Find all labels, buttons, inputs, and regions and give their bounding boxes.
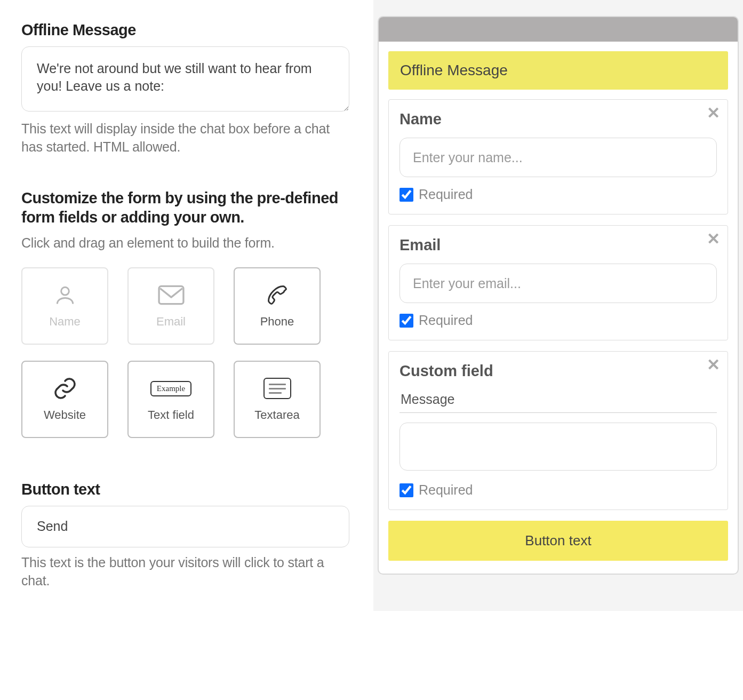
preview-topbar [379,17,738,42]
custom-field-label-input[interactable] [400,389,717,413]
customize-help: Click and drag an element to build the f… [21,234,352,252]
textarea-icon [263,376,291,401]
required-label: Required [419,187,473,202]
field-input-custom[interactable] [400,423,717,471]
preview-column: Offline Message ✕ Name Required ✕ Email [373,0,743,611]
field-input-email[interactable] [400,264,717,303]
tile-textfield-label: Text field [148,408,194,422]
preview-field-custom[interactable]: ✕ Custom field Required [388,351,728,510]
field-input-name[interactable] [400,138,717,177]
field-title: Email [400,236,717,254]
tile-phone[interactable]: Phone [234,267,321,345]
tile-website-label: Website [44,408,86,422]
tile-name[interactable]: Name [21,267,108,345]
svg-point-0 [61,288,69,296]
offline-message-help: This text will display inside the chat b… [21,120,352,156]
required-toggle[interactable]: Required [400,313,717,328]
close-icon[interactable]: ✕ [707,231,720,247]
field-title: Name [400,110,717,128]
button-text-title: Button text [21,481,352,498]
close-icon[interactable]: ✕ [707,357,720,373]
required-checkbox[interactable] [400,483,413,497]
required-label: Required [419,313,473,328]
offline-message-input[interactable] [21,46,349,112]
field-title: Custom field [400,362,717,380]
link-icon [51,376,79,401]
close-icon[interactable]: ✕ [707,105,720,121]
preview-submit-button[interactable]: Button text [388,521,728,561]
tile-website[interactable]: Website [21,361,108,438]
button-text-input[interactable] [21,506,349,547]
button-text-help: This text is the button your visitors wi… [21,554,352,590]
field-tiles: Name Email Phone Website [21,267,352,438]
customize-title: Customize the form by using the pre-defi… [21,188,352,227]
required-checkbox[interactable] [400,188,413,202]
envelope-icon [157,283,185,307]
tile-email[interactable]: Email [127,267,214,345]
svg-rect-1 [159,287,183,304]
offline-message-title: Offline Message [21,21,352,39]
preview-panel: Offline Message ✕ Name Required ✕ Email [378,16,739,575]
preview-field-name[interactable]: ✕ Name Required [388,99,728,214]
settings-panel: Offline Message This text will display i… [0,0,373,611]
tile-email-label: Email [156,315,186,329]
required-toggle[interactable]: Required [400,482,717,498]
user-icon [51,283,79,307]
required-label: Required [419,482,473,498]
required-checkbox[interactable] [400,314,413,328]
tile-name-label: Name [49,315,81,329]
preview-field-email[interactable]: ✕ Email Required [388,225,728,340]
tile-textarea-label: Textarea [254,408,299,422]
tile-phone-label: Phone [260,315,294,329]
required-toggle[interactable]: Required [400,187,717,202]
tile-textarea[interactable]: Textarea [234,361,321,438]
textfield-icon-text: Example [150,381,191,396]
textfield-icon: Example [157,376,185,401]
phone-icon [263,283,291,307]
preview-banner: Offline Message [388,51,728,90]
tile-textfield[interactable]: Example Text field [127,361,214,438]
